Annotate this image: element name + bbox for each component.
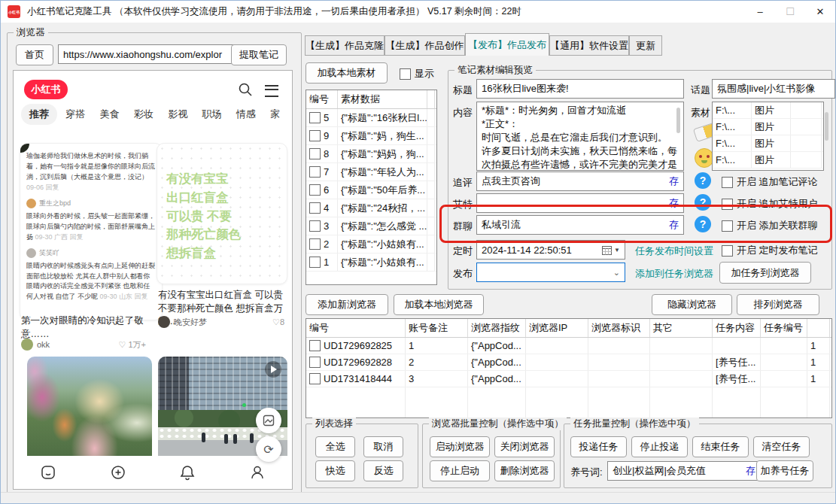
- note-caption[interactable]: 第一次对眼睛的冷知识起了敬意……: [21, 314, 147, 341]
- add-nurture-task-button[interactable]: 加养号任务: [756, 460, 813, 481]
- editor-material-row[interactable]: F:\...图片: [713, 102, 823, 119]
- add-to-task-browser-link[interactable]: 添加到任务浏览器: [635, 267, 713, 281]
- material-scrollbar[interactable]: [825, 112, 828, 141]
- toggle-追评[interactable]: 开启 追加笔记评论: [722, 175, 818, 189]
- note-author-row[interactable]: okk ♡ 1万+: [21, 339, 146, 351]
- col-header-5[interactable]: 浏览器标识: [588, 319, 650, 337]
- schedule-datetime-input[interactable]: 2024-11-14 22:50:51 ▼: [476, 240, 625, 260]
- add-new-browser-button[interactable]: 添加新浏览器: [306, 294, 388, 315]
- home-icon[interactable]: [40, 464, 56, 481]
- show-checkbox[interactable]: 显示: [400, 67, 434, 80]
- refresh-button[interactable]: ⟳: [256, 436, 281, 462]
- tab-3[interactable]: 【发布】作品发布: [465, 33, 549, 56]
- note-author-row[interactable]: 晚安好梦 ♡8: [158, 316, 284, 328]
- row-checkbox[interactable]: [309, 112, 321, 123]
- maximize-button[interactable]: ☐: [775, 1, 805, 23]
- category-情感[interactable]: 情感: [230, 104, 262, 125]
- schedule-toggle[interactable]: 开启 定时发布笔记: [722, 244, 818, 257]
- publish-combobox[interactable]: ⌄: [476, 263, 625, 282]
- help-icon[interactable]: ?: [695, 194, 711, 211]
- menu-icon[interactable]: [265, 85, 278, 97]
- material-row[interactable]: 5{"标题":"16张秋日l...: [306, 109, 436, 127]
- task-ctl-结束任务[interactable]: 结束任务: [692, 436, 749, 457]
- save-label[interactable]: 存: [666, 175, 679, 188]
- checkbox[interactable]: [722, 199, 733, 210]
- editor-material-row[interactable]: F:\...图片: [713, 135, 823, 152]
- save-label[interactable]: 存: [743, 464, 755, 478]
- task-ctl-清空任务[interactable]: 清空任务: [753, 436, 810, 457]
- like-count[interactable]: ♡ 1万+: [119, 339, 146, 351]
- category-影视[interactable]: 影视: [162, 104, 193, 125]
- browser-ctl-删除浏览器[interactable]: 删除浏览器: [494, 460, 555, 481]
- category-彩妆[interactable]: 彩妆: [128, 104, 160, 125]
- editor-material-list[interactable]: F:\...图片F:\...图片F:\...图片F:\...图片: [712, 102, 824, 171]
- browser-row[interactable]: UD17296928251{"AppCod...1: [306, 338, 831, 354]
- url-input[interactable]: https://www.xiaohongshu.com/explor: [58, 44, 236, 64]
- category-穿搭[interactable]: 穿搭: [59, 104, 91, 125]
- browser-ctl-启动浏览器[interactable]: 启动浏览器: [430, 436, 490, 457]
- notifications-icon[interactable]: [179, 464, 196, 481]
- help-icon[interactable]: ?: [695, 172, 711, 189]
- content-textarea[interactable]: *标题*：时光匆匆，回首才知流逝 *正文*： 时间飞逝，总是在它溜走后我们才意识…: [476, 102, 684, 171]
- browser-ctl-停止启动[interactable]: 停止启动: [430, 460, 490, 481]
- row-checkbox[interactable]: [309, 184, 321, 196]
- category-职场[interactable]: 职场: [196, 104, 227, 125]
- tab-5[interactable]: 更新: [629, 35, 662, 56]
- schedule-time-link[interactable]: 任务发布时间设置: [635, 244, 713, 258]
- material-listview[interactable]: 编号 素材数据 5{"标题":"16张秋日l...9{"标题":"妈，狗生...…: [306, 90, 437, 285]
- row-checkbox[interactable]: [309, 148, 321, 159]
- like-count[interactable]: ♡8: [272, 317, 284, 327]
- load-local-material-button[interactable]: 加载本地素材: [306, 62, 388, 83]
- field-input-群聊[interactable]: 私域引流存: [476, 215, 684, 235]
- material-row[interactable]: 3{"标题":"怎么感觉 ...: [306, 217, 436, 235]
- profile-icon[interactable]: [249, 464, 266, 481]
- material-row[interactable]: 8{"标题":"妈妈，狗...: [306, 145, 436, 163]
- nurture-word-input[interactable]: 创业|权益网|会员充值 存: [607, 461, 761, 481]
- image-mode-button[interactable]: [256, 408, 281, 433]
- content-scrollbar[interactable]: [676, 108, 680, 133]
- row-checkbox[interactable]: [309, 357, 321, 368]
- col-header-2[interactable]: 账号备注: [406, 319, 468, 337]
- title-input[interactable]: 16张秋日live图来袭!: [476, 79, 684, 99]
- topic-input[interactable]: 氛围感|live|小红书影像: [712, 79, 835, 99]
- col-header-6[interactable]: 其它: [650, 319, 713, 337]
- list-select-取消[interactable]: 取消: [363, 436, 403, 457]
- col-header-data[interactable]: 素材数据: [338, 90, 427, 108]
- row-checkbox[interactable]: [309, 340, 321, 351]
- material-row[interactable]: 9{"标题":"妈，狗生...: [306, 127, 436, 145]
- material-row[interactable]: 1{"标题":"小姑娘有...: [306, 254, 436, 272]
- row-checkbox[interactable]: [309, 220, 321, 232]
- help-icon[interactable]: ?: [695, 216, 711, 232]
- checkbox[interactable]: [400, 68, 411, 80]
- field-input-追评[interactable]: 点我主页咨询存: [476, 172, 684, 191]
- save-label[interactable]: 存: [666, 196, 679, 210]
- toggle-群聊[interactable]: 开启 添加关联群聊: [722, 219, 818, 232]
- browser-row[interactable]: UD17296928282{"AppCod...[养号任...1: [306, 354, 831, 371]
- tab-4[interactable]: 【通用】软件设置: [549, 35, 629, 56]
- load-local-browser-button[interactable]: 加载本地浏览器: [394, 294, 484, 315]
- browser-row[interactable]: UD17314184443{"AppCod...[养号任...1: [306, 371, 831, 387]
- col-header-8[interactable]: 任务编号: [761, 319, 807, 337]
- checkbox[interactable]: [722, 177, 733, 188]
- material-row[interactable]: 7{"标题":"年轻人为...: [306, 163, 436, 181]
- calendar-icon[interactable]: ▼: [602, 245, 620, 255]
- col-header-7[interactable]: 任务内容: [713, 319, 761, 337]
- col-header-1[interactable]: 编号: [306, 319, 406, 337]
- toggle-艾特[interactable]: 开启 追加艾特用户: [722, 197, 818, 211]
- note-card-green[interactable]: 有没有宝宝出口红盲盒可以贵 不要那种死亡颜色想拆盲盒: [157, 143, 287, 284]
- list-select-快选[interactable]: 快选: [315, 460, 355, 481]
- list-select-反选[interactable]: 反选: [363, 460, 403, 481]
- create-post-icon[interactable]: [110, 464, 126, 481]
- col-header-3[interactable]: 浏览器指纹: [468, 319, 526, 337]
- col-header-4[interactable]: 浏览器IP: [526, 319, 588, 337]
- note-card-comments[interactable]: 瑜伽老师给我们做休息术的时候，我们躺着，她有一句指令就是想像你的眼球向后流淌，沉…: [20, 143, 163, 320]
- browser-listview[interactable]: 编号账号备注浏览器指纹浏览器IP浏览器标识其它任务内容任务编号 UD172969…: [306, 318, 832, 418]
- material-row[interactable]: 4{"标题":"24秋招，...: [306, 199, 436, 217]
- field-input-艾特[interactable]: 存: [476, 193, 684, 213]
- row-checkbox[interactable]: [309, 130, 321, 141]
- material-row[interactable]: 6{"标题":"50年后养...: [306, 181, 436, 199]
- xhs-logo[interactable]: 小红书: [24, 80, 68, 99]
- row-checkbox[interactable]: [309, 257, 321, 268]
- editor-material-row[interactable]: F:\...图片: [713, 152, 823, 169]
- list-select-全选[interactable]: 全选: [315, 436, 355, 457]
